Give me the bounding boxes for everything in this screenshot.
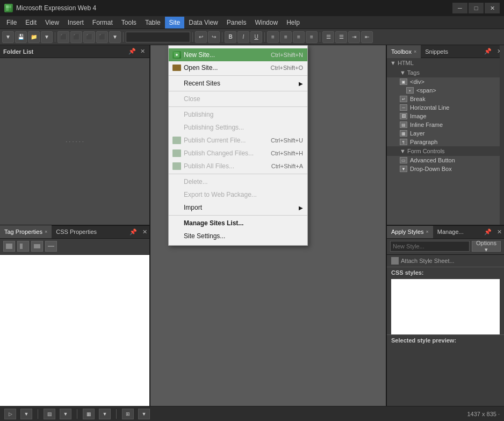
- align2[interactable]: ≡: [280, 31, 292, 43]
- dropdown-icon: ▼: [400, 166, 407, 172]
- menu-publish-current: Publish Current File... Ctrl+Shift+U: [169, 134, 307, 147]
- tab-manage[interactable]: Manage...: [433, 225, 468, 238]
- status-btn-7[interactable]: ⊞: [122, 409, 134, 419]
- menu-panels[interactable]: Panels: [222, 17, 251, 28]
- css-styles-content: [391, 279, 500, 335]
- site-menu-group1: New Site... Ctrl+Shift+N Open Site... Ct…: [169, 47, 307, 75]
- menu-open-site[interactable]: Open Site... Ctrl+Shift+O: [169, 61, 307, 74]
- toolbox-paragraph[interactable]: ¶ Paragraph: [387, 138, 504, 146]
- t5[interactable]: ▼: [109, 31, 121, 43]
- url-input[interactable]: [126, 32, 190, 42]
- menu-new-site[interactable]: New Site... Ctrl+Shift+N: [169, 48, 307, 61]
- t3[interactable]: ⬛: [83, 31, 95, 43]
- list1[interactable]: ☰: [322, 31, 334, 43]
- prop-close-btn[interactable]: ✕: [140, 229, 149, 236]
- toolbox-scrollbar[interactable]: [500, 45, 504, 225]
- toolbox-dropdown[interactable]: ▼ Drop-Down Box: [387, 165, 504, 173]
- status-btn-3[interactable]: ▤: [44, 409, 55, 419]
- list2[interactable]: ☰: [335, 31, 347, 43]
- t1[interactable]: ⬛: [57, 31, 69, 43]
- styles-pin-btn[interactable]: 📌: [481, 229, 495, 236]
- restore-button[interactable]: □: [469, 3, 484, 13]
- menu-window[interactable]: Window: [250, 17, 282, 28]
- prop-btn-4[interactable]: [45, 241, 57, 252]
- status-btn-2[interactable]: ▼: [20, 409, 32, 419]
- status-btn-5[interactable]: ▦: [83, 409, 95, 419]
- toolbox-close[interactable]: ×: [414, 49, 416, 54]
- menu-view[interactable]: View: [41, 17, 63, 28]
- tab-toolbox[interactable]: Toolbox ×: [387, 45, 421, 58]
- save-btn[interactable]: 💾: [15, 31, 27, 43]
- toolbox-hr[interactable]: ─ Horizontal Line: [387, 103, 504, 112]
- new-site-icon: [172, 50, 182, 60]
- toolbox-image[interactable]: 🖼 Image: [387, 112, 504, 120]
- options-btn[interactable]: Options ▾: [472, 241, 501, 252]
- close-button[interactable]: ✕: [485, 3, 500, 13]
- folder-list-header: Folder List 📌 ✕: [0, 45, 149, 58]
- menu-manage-sites[interactable]: Manage Sites List...: [169, 217, 307, 230]
- attach-style[interactable]: Attach Style Sheet...: [387, 255, 504, 267]
- menu-export: Export to Web Package...: [169, 188, 307, 201]
- toolbox-layer[interactable]: ▦ Layer: [387, 129, 504, 138]
- menu-edit[interactable]: Edit: [21, 17, 41, 28]
- menu-site[interactable]: Site: [165, 17, 185, 28]
- toolbox-pin-btn[interactable]: 📌: [481, 48, 495, 55]
- toolbox-adv-button[interactable]: ▭ Advanced Button: [387, 156, 504, 165]
- toolbox-iframe[interactable]: ▤ Inline Frame: [387, 120, 504, 129]
- html-section: ▼ HTML: [387, 58, 504, 68]
- toolbox-break[interactable]: ↵ Break: [387, 95, 504, 103]
- import-arrow: ▶: [299, 205, 303, 211]
- styles-close-btn[interactable]: ✕: [495, 229, 504, 236]
- menu-table[interactable]: Table: [141, 17, 165, 28]
- indent2[interactable]: ⇤: [361, 31, 373, 43]
- t6[interactable]: ↩: [195, 31, 207, 43]
- menu-insert[interactable]: Insert: [63, 17, 88, 28]
- open-btn[interactable]: 📁: [28, 31, 40, 43]
- apply-styles-close[interactable]: ×: [426, 229, 429, 234]
- align4[interactable]: ≡: [306, 31, 318, 43]
- prop-btn-1[interactable]: [3, 241, 15, 252]
- menu-file[interactable]: File: [2, 17, 21, 28]
- t2[interactable]: ⬛: [70, 31, 82, 43]
- align3[interactable]: ≡: [293, 31, 305, 43]
- italic-btn[interactable]: I: [237, 31, 249, 43]
- tab-apply-styles[interactable]: Apply Styles ×: [387, 225, 433, 238]
- prop-btn-3[interactable]: [31, 241, 43, 252]
- tab-snippets[interactable]: Snippets: [421, 45, 452, 58]
- folder-close-btn[interactable]: ✕: [139, 48, 146, 55]
- toolbox-span[interactable]: ▪ <span>: [387, 86, 504, 95]
- menu-import[interactable]: Import ▶: [169, 201, 307, 214]
- menu-tools[interactable]: Tools: [117, 17, 141, 28]
- menu-publishing-settings: Publishing Settings...: [169, 121, 307, 134]
- t4[interactable]: ⬛: [96, 31, 108, 43]
- t7[interactable]: ↪: [208, 31, 220, 43]
- tags-section: ▼ Tags: [387, 68, 504, 77]
- span-icon: ▪: [406, 87, 414, 94]
- status-btn-4[interactable]: ▼: [60, 409, 71, 419]
- minimize-button[interactable]: ─: [452, 3, 467, 13]
- toolbox-div[interactable]: ▣ <div>: [387, 77, 504, 86]
- new-style-input[interactable]: [390, 241, 470, 252]
- menu-format[interactable]: Format: [88, 17, 117, 28]
- tab-css-properties[interactable]: CSS Properties: [52, 225, 101, 238]
- status-btn-8[interactable]: ▼: [138, 409, 150, 419]
- menu-recent-sites[interactable]: Recent Sites ▶: [169, 77, 307, 90]
- bold-btn[interactable]: B: [225, 31, 236, 43]
- menu-help[interactable]: Help: [282, 17, 304, 28]
- tag-props-close[interactable]: ×: [45, 229, 47, 234]
- status-btn-1[interactable]: ▷: [4, 409, 16, 419]
- underline-btn[interactable]: U: [250, 31, 262, 43]
- align1[interactable]: ≡: [267, 31, 279, 43]
- new-btn[interactable]: ▼: [2, 31, 14, 43]
- prop-pin-btn[interactable]: 📌: [126, 229, 140, 236]
- folder-pin-btn[interactable]: 📌: [127, 48, 137, 55]
- menu-dataview[interactable]: Data View: [184, 17, 222, 28]
- indent1[interactable]: ⇥: [348, 31, 360, 43]
- status-btn-6[interactable]: ▼: [99, 409, 111, 419]
- title-bar-controls: ─ □ ✕: [452, 3, 500, 13]
- open2-btn[interactable]: ▼: [41, 31, 53, 43]
- prop-btn-2[interactable]: [17, 241, 29, 252]
- tab-tag-properties[interactable]: Tag Properties ×: [0, 225, 52, 238]
- toolbox-scroll[interactable]: ▼ HTML ▼ Tags ▣ <div> ▪ <span> ↵ Break: [387, 58, 504, 225]
- menu-site-settings[interactable]: Site Settings...: [169, 230, 307, 242]
